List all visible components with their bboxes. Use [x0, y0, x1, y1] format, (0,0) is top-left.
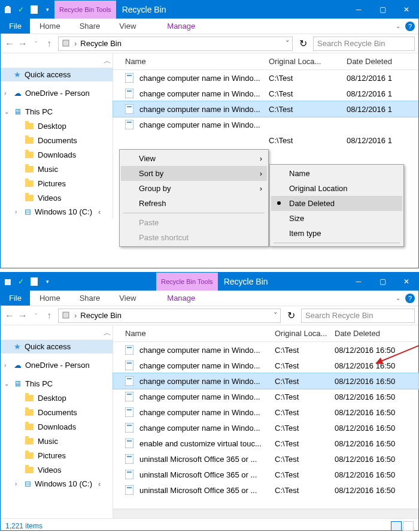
address-dropdown-icon[interactable]: ˅ — [274, 311, 278, 320]
column-headers[interactable]: Name Original Loca... Date Deleted — [113, 53, 418, 70]
tab-share[interactable]: Share — [70, 19, 110, 34]
minimize-button[interactable]: ─ — [347, 273, 371, 291]
ctx-refresh[interactable]: Refresh — [121, 196, 267, 211]
header-location[interactable]: Original Loca... — [269, 57, 347, 66]
sort-date-deleted[interactable]: Date Deleted — [271, 196, 402, 211]
tool-tab[interactable]: Recycle Bin Tools — [54, 1, 116, 19]
refresh-button[interactable]: ↻ — [296, 37, 309, 50]
chevron-down-icon[interactable]: ⌄ — [4, 380, 9, 387]
sidebar-onedrive[interactable]: ›☁OneDrive - Person — [1, 86, 113, 100]
sidebar-this-pc[interactable]: ⌄🖥This PC — [1, 377, 113, 391]
back-button[interactable]: ← — [4, 38, 15, 49]
file-row[interactable]: change computer name in Windo...C:\Test0… — [113, 373, 418, 389]
file-row[interactable]: change computer name in Windo...C:\Test0… — [113, 358, 418, 373]
chevron-right-icon[interactable]: › — [4, 362, 6, 368]
tab-file[interactable]: File — [1, 291, 30, 306]
chevron-right-icon[interactable]: › — [15, 480, 17, 487]
address-bar[interactable]: › Recycle Bin ˅ — [58, 309, 281, 323]
file-row[interactable]: C:\Test08/12/2016 1 — [113, 132, 418, 148]
close-button[interactable]: ✕ — [394, 273, 418, 291]
file-row[interactable]: uninstall Microsoft Office 365 or ...C:\… — [113, 451, 418, 467]
icons-view-button[interactable] — [403, 521, 414, 531]
file-row[interactable]: change computer name in Windo...C:\Test0… — [113, 404, 418, 420]
header-location[interactable]: Original Loca... — [275, 329, 335, 338]
forward-button[interactable]: → — [17, 38, 28, 49]
column-headers[interactable]: Name Original Loca... Date Deleted — [113, 325, 418, 342]
file-row[interactable]: uninstall Microsoft Office 365 or ...C:\… — [113, 482, 418, 498]
tab-file[interactable]: File — [1, 19, 30, 34]
page-icon[interactable] — [29, 5, 39, 14]
page-icon[interactable] — [29, 277, 39, 286]
search-input[interactable]: Search Recycle Bin — [301, 309, 415, 323]
back-button[interactable]: ← — [4, 310, 15, 321]
sidebar-music[interactable]: Music — [1, 162, 113, 176]
sidebar-documents[interactable]: Documents — [1, 133, 113, 147]
sidebar-quick-access[interactable]: ★Quick access — [1, 68, 113, 81]
dropdown-icon[interactable]: ▾ — [42, 5, 52, 14]
sort-name[interactable]: Name — [271, 166, 402, 181]
sidebar-desktop[interactable]: Desktop — [1, 391, 113, 405]
tab-manage[interactable]: Manage — [157, 19, 205, 34]
file-row[interactable]: change computer name in Windo...C:\Test0… — [113, 420, 418, 436]
close-button[interactable]: ✕ — [394, 1, 418, 19]
sidebar-desktop[interactable]: Desktop — [1, 119, 113, 133]
sidebar-downloads[interactable]: Downloads — [1, 147, 113, 162]
file-row[interactable]: change computer name in Windo...C:\Test0… — [113, 342, 418, 358]
tab-manage[interactable]: Manage — [157, 291, 205, 306]
file-row[interactable]: uninstall Microsoft Office 365 or ...C:\… — [113, 467, 418, 482]
chevron-down-icon[interactable]: ⌄ — [4, 108, 9, 115]
ctx-sort-by[interactable]: Sort by› — [121, 166, 267, 181]
checkmark-icon[interactable]: ✓ — [16, 277, 26, 286]
sidebar-quick-access[interactable]: ★Quick access — [1, 340, 113, 353]
breadcrumb-text[interactable]: Recycle Bin — [80, 39, 122, 48]
sidebar-cdrive[interactable]: ›⊟Windows 10 (C:)‹ — [1, 477, 113, 491]
ctx-view[interactable]: View› — [121, 151, 267, 166]
details-view-button[interactable] — [391, 521, 402, 531]
header-date[interactable]: Date Deleted — [335, 329, 418, 338]
file-row[interactable]: change computer name in Windo...C:\Test0… — [113, 70, 418, 86]
forward-button[interactable]: → — [17, 310, 28, 321]
sidebar-onedrive[interactable]: ›☁OneDrive - Person — [1, 358, 113, 372]
chevron-right-icon[interactable]: › — [4, 90, 6, 96]
maximize-button[interactable]: ▢ — [371, 273, 394, 291]
sidebar-videos[interactable]: Videos — [1, 463, 113, 477]
tool-tab[interactable]: Recycle Bin Tools — [156, 273, 218, 291]
dropdown-icon[interactable]: ▾ — [42, 277, 52, 286]
sort-location[interactable]: Original Location — [271, 181, 402, 196]
address-dropdown-icon[interactable]: ˅ — [286, 39, 290, 48]
ctx-group-by[interactable]: Group by› — [121, 181, 267, 196]
sidebar-documents[interactable]: Documents — [1, 405, 113, 419]
tab-home[interactable]: Home — [30, 19, 70, 34]
help-icon[interactable]: ? — [405, 22, 415, 31]
file-row[interactable]: change computer name in Windo...C:\Test0… — [113, 389, 418, 404]
tab-share[interactable]: Share — [70, 291, 110, 306]
file-row[interactable]: change computer name in Windo...C:\Test0… — [113, 86, 418, 101]
horizontal-scrollbar[interactable] — [113, 509, 418, 518]
address-bar[interactable]: › Recycle Bin ˅ — [58, 37, 293, 51]
tab-home[interactable]: Home — [30, 291, 70, 306]
sidebar-music[interactable]: Music — [1, 434, 113, 448]
chevron-right-icon[interactable]: › — [15, 208, 17, 215]
minimize-button[interactable]: ─ — [347, 1, 371, 19]
header-date[interactable]: Date Deleted — [347, 57, 418, 66]
recent-dropdown[interactable]: ˅ — [31, 310, 41, 321]
file-row[interactable]: change computer name in Windo...C:\Test0… — [113, 101, 418, 117]
sidebar-videos[interactable]: Videos — [1, 191, 113, 205]
file-row[interactable]: change computer name in Windo... — [113, 117, 418, 132]
recent-dropdown[interactable]: ˅ — [31, 38, 41, 49]
expand-ribbon-icon[interactable]: ⌄ — [396, 295, 400, 301]
scroll-up-icon[interactable]: ︿ — [104, 56, 111, 66]
sidebar-pictures[interactable]: Pictures — [1, 448, 113, 463]
chevron-right-icon[interactable]: › — [74, 311, 77, 320]
sidebar-downloads[interactable]: Downloads — [1, 419, 113, 434]
help-icon[interactable]: ? — [405, 294, 415, 303]
tab-view[interactable]: View — [110, 291, 145, 306]
checkmark-icon[interactable]: ✓ — [16, 5, 26, 14]
maximize-button[interactable]: ▢ — [371, 1, 394, 19]
up-button[interactable]: ↑ — [44, 38, 54, 49]
file-row[interactable]: enable and customize virtual touc...C:\T… — [113, 436, 418, 451]
search-input[interactable]: Search Recycle Bin — [313, 37, 415, 51]
sidebar-cdrive[interactable]: ›⊟Windows 10 (C:)‹ — [1, 205, 113, 219]
scroll-up-icon[interactable]: ︿ — [104, 328, 111, 338]
header-name[interactable]: Name — [125, 57, 269, 66]
